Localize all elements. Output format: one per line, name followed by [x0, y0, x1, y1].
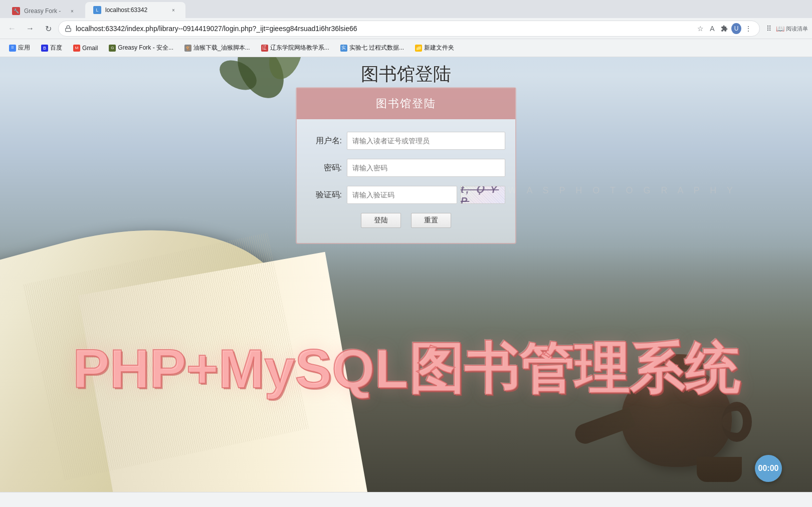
login-button[interactable]: 登陆: [361, 213, 401, 228]
bookmark-apps[interactable]: ⠿ 应用: [4, 42, 35, 54]
status-bar: [0, 492, 812, 507]
address-bar-row: ← → ↻ localhost:63342/index.php/library-…: [0, 18, 812, 39]
bookmark-baidu-label: 百度: [50, 44, 62, 52]
username-input[interactable]: [347, 132, 505, 150]
lab7-icon: 实: [340, 45, 347, 52]
menu-icon[interactable]: ⋮: [743, 24, 753, 34]
bookmark-monkey-label: 油猴下载_油猴脚本...: [193, 44, 250, 52]
lock-icon: [65, 25, 72, 32]
password-row: 密码:: [307, 159, 505, 177]
bookmark-lab7[interactable]: 实 实验七 过程式数据...: [335, 42, 409, 54]
timer-badge: 00:00: [755, 455, 782, 482]
browser-actions: ⠿ 📖 阅读清单: [764, 24, 808, 34]
username-label: 用户名:: [307, 136, 342, 146]
content-area: 图书馆登陆 图书馆登陆 用户名: 密码: 验证码: t, Ọ Y P 登陆 重置: [0, 57, 812, 492]
bookmark-liaodong[interactable]: 辽 辽东学院网络教学系...: [256, 42, 334, 54]
bookmark-lab7-label: 实验七 过程式数据...: [349, 44, 404, 52]
apps-bookmark-icon: ⠿: [9, 45, 16, 52]
tab-localhost[interactable]: L localhost:63342 ×: [85, 2, 185, 18]
captcha-input[interactable]: [347, 186, 457, 204]
username-row: 用户名:: [307, 132, 505, 150]
baidu-icon: B: [41, 45, 48, 52]
apps-icon[interactable]: ⠿: [764, 24, 774, 34]
user-avatar[interactable]: U: [731, 23, 741, 34]
tab-label-greasy: Greasy Fork -: [24, 8, 61, 15]
forward-button[interactable]: →: [22, 21, 38, 37]
page-title: 图书馆登陆: [361, 62, 451, 87]
bookmark-greasy-label: Greasy Fork - 安全...: [118, 44, 173, 52]
tab-bar: 🔧 Greasy Fork - × L localhost:63342 ×: [0, 0, 812, 18]
tab-favicon-greasy: 🔧: [12, 7, 20, 15]
bookmark-liaodong-label: 辽东学院网络教学系...: [270, 44, 329, 52]
password-label: 密码:: [307, 163, 342, 173]
bookmark-apps-label: 应用: [18, 44, 30, 52]
password-input[interactable]: [347, 159, 505, 177]
address-bar[interactable]: localhost:63342/index.php/library--09144…: [58, 21, 760, 37]
translate-icon[interactable]: A: [707, 24, 717, 34]
reading-list-icon[interactable]: 📖: [775, 24, 785, 34]
tab-greasy-fork[interactable]: 🔧 Greasy Fork - ×: [4, 4, 84, 18]
captcha-group: t, Ọ Y P: [347, 186, 505, 204]
url-text[interactable]: localhost:63342/index.php/library--09144…: [76, 25, 691, 33]
bookmark-folder-label: 新建文件夹: [424, 44, 454, 52]
gmail-icon: M: [73, 45, 80, 52]
bookmark-monkey[interactable]: 🐒 油猴下载_油猴脚本...: [179, 42, 255, 54]
address-icons: ☆ A U ⋮: [695, 24, 753, 34]
reset-button[interactable]: 重置: [411, 213, 451, 228]
bookmark-baidu[interactable]: B 百度: [36, 42, 67, 54]
captcha-row: 验证码: t, Ọ Y P: [307, 186, 505, 204]
bookmark-gmail[interactable]: M Gmail: [68, 43, 103, 54]
tab-close-local[interactable]: ×: [169, 6, 177, 14]
login-form-container: 图书馆登陆 用户名: 密码: 验证码: t, Ọ Y P 登陆 重置: [296, 87, 516, 244]
refresh-button[interactable]: ↻: [40, 21, 56, 37]
bookmarks-bar: ⠿ 应用 B 百度 M Gmail G Greasy Fork - 安全... …: [0, 39, 812, 57]
profile-icon-addr[interactable]: U: [731, 24, 741, 34]
tab-favicon-local: L: [93, 6, 101, 14]
bookmark-gmail-label: Gmail: [82, 45, 98, 52]
button-row: 登陆 重置: [297, 213, 515, 228]
overlay-title: PHP+MySQL图书管理系统: [73, 332, 739, 407]
login-form-header: 图书馆登陆: [297, 88, 515, 119]
back-button[interactable]: ←: [4, 21, 20, 37]
monkey-icon: 🐒: [184, 45, 191, 52]
extensions-icon[interactable]: [719, 24, 729, 34]
captcha-image[interactable]: t, Ọ Y P: [460, 186, 505, 204]
svg-rect-0: [66, 28, 71, 31]
browser-chrome: 🔧 Greasy Fork - × L localhost:63342 × ← …: [0, 0, 812, 39]
folder-icon: 📁: [415, 45, 422, 52]
reading-list-label: 阅读清单: [786, 25, 808, 33]
bookmark-newfolder[interactable]: 📁 新建文件夹: [410, 42, 459, 54]
tab-label-local: localhost:63342: [105, 7, 147, 14]
bookmark-star-icon[interactable]: ☆: [695, 24, 705, 34]
liaodong-icon: 辽: [261, 45, 268, 52]
tab-close-greasy[interactable]: ×: [68, 7, 76, 15]
greasy-icon: G: [109, 45, 116, 52]
bookmark-greasy[interactable]: G Greasy Fork - 安全...: [104, 42, 178, 54]
captcha-label: 验证码:: [307, 190, 342, 200]
